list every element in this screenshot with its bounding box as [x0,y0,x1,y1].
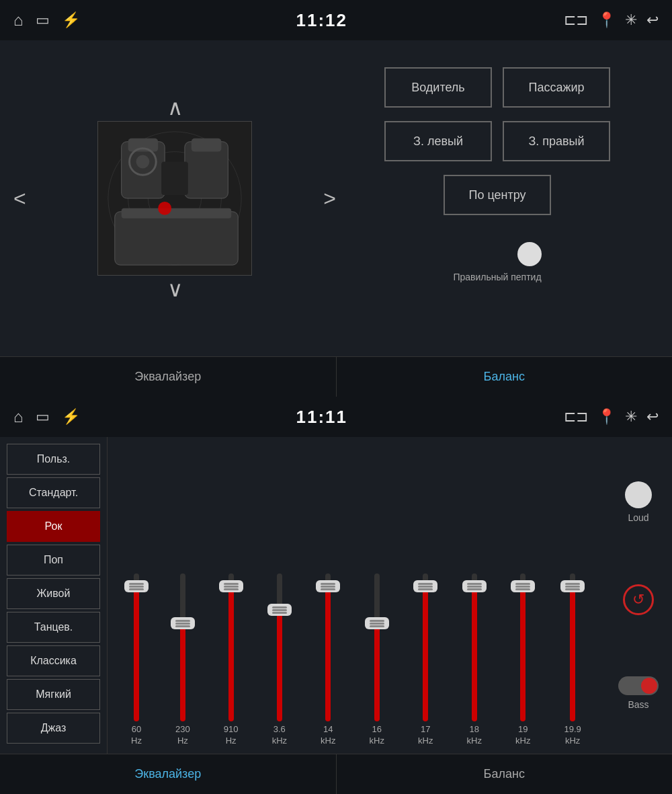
nav-up-button[interactable]: ∧ [167,94,183,121]
svg-point-13 [136,155,150,169]
loud-button[interactable] [625,481,652,508]
slider-thumb-6[interactable] [413,580,437,592]
driver-button[interactable]: Водитель [384,67,492,108]
preset-item-классика[interactable]: Классика [7,645,100,676]
svg-rect-6 [128,138,159,152]
slider-thumb-1[interactable] [171,617,195,629]
top-tabs-bar: Эквалайзер Баланс [0,356,672,397]
slider-label-2: 910Hz [224,724,239,747]
slider-thumb-9[interactable] [560,580,585,592]
preset-item-мягкий[interactable]: Мягкий [7,679,100,710]
slider-col-60Hz: 60Hz [131,573,142,747]
eq-right-controls: Loud ↺ Bass [605,437,672,754]
cast-icon[interactable]: ⊏⊐ [564,11,588,29]
center-button[interactable]: По центру [444,175,551,215]
preset-item-джаз[interactable]: Джаз [7,713,100,744]
usb-icon-2: ⚡ [62,408,80,426]
bass-control: Bass [618,676,659,710]
seat-buttons-row-2: З. левый З. правый [384,121,610,161]
slider-thumb-2[interactable] [219,580,243,592]
top-panel: ⌂ ▭ ⚡ 11:12 ⊏⊐ 📍 ✳ ↩ ∧ < [0,0,672,397]
balance-content: ∧ < [0,40,672,356]
home-icon-2[interactable]: ⌂ [13,407,24,426]
tab-balance-top[interactable]: Баланс [337,357,673,397]
status-bar-left-icons: ⌂ ▭ ⚡ [13,11,80,30]
tab-balance-bottom[interactable]: Баланс [337,754,673,794]
location-icon-2[interactable]: 📍 [597,408,616,426]
nav-down-button[interactable]: ∨ [167,276,183,303]
slider-label-0: 60Hz [131,724,142,747]
slider-label-5: 16kHz [370,724,384,747]
bluetooth-icon[interactable]: ✳ [625,11,637,29]
top-time-display: 11:12 [296,10,348,31]
slider-col-19kHz: 19kHz [515,573,530,747]
slider-col-16kHz: 16kHz [370,573,384,747]
nav-right-button[interactable]: > [323,186,336,211]
svg-rect-8 [115,212,238,265]
top-status-bar: ⌂ ▭ ⚡ 11:12 ⊏⊐ 📍 ✳ ↩ [0,0,672,40]
preset-item-поп[interactable]: Поп [7,545,100,575]
reset-button[interactable]: ↺ [623,584,654,615]
slider-label-4: 14kHz [321,724,335,747]
slider-track-3[interactable] [277,573,282,721]
bass-toggle-knob [641,678,657,694]
preset-item-польз[interactable]: Польз. [7,444,100,475]
car-interior-svg [98,122,251,275]
bluetooth-icon-2[interactable]: ✳ [625,408,637,426]
bass-toggle[interactable] [618,676,659,695]
seat-row: < [97,121,252,276]
sliders-container: 60Hz230Hz910Hz3.6kHz14kHz16kHz17kHz18kHz… [114,450,598,754]
correct-peptide-label: Правильный пептид [453,272,541,282]
slider-thumb-3[interactable] [267,604,292,616]
status-bar-right-icons: ⊏⊐ 📍 ✳ ↩ [564,11,659,29]
slider-thumb-7[interactable] [462,580,487,592]
slider-track-9[interactable] [570,573,575,721]
preset-item-живой[interactable]: Живой [7,578,100,609]
back-icon-2[interactable]: ↩ [646,408,659,426]
slider-track-5[interactable] [374,573,380,721]
slider-col-230Hz: 230Hz [175,573,190,747]
slider-col-14kHz: 14kHz [321,573,335,747]
cast-icon-2[interactable]: ⊏⊐ [564,408,588,426]
bass-label: Bass [628,699,648,710]
bottom-status-left: ⌂ ▭ ⚡ [13,407,80,426]
preset-item-стандарт[interactable]: Стандарт. [7,477,100,508]
slider-track-7[interactable] [472,573,477,721]
slider-label-9: 19.9kHz [564,724,581,747]
tab-equalizer-bottom[interactable]: Эквалайзер [0,754,337,794]
slider-thumb-8[interactable] [511,580,535,592]
seat-image [97,121,252,276]
slider-label-3: 3.6kHz [272,724,287,747]
seat-wrapper [97,121,252,276]
slider-thumb-4[interactable] [316,580,340,592]
rear-left-button[interactable]: З. левый [384,121,492,161]
slider-thumb-5[interactable] [365,617,389,629]
slider-track-6[interactable] [423,573,428,721]
correct-peptide-button[interactable] [517,242,542,266]
slider-label-1: 230Hz [175,724,190,747]
screen-icon[interactable]: ▭ [36,11,50,29]
seat-buttons-row-3: По центру [444,175,551,215]
slider-track-4[interactable] [325,573,331,721]
bottom-status-bar: ⌂ ▭ ⚡ 11:11 ⊏⊐ 📍 ✳ ↩ [0,397,672,437]
slider-track-0[interactable] [134,573,139,721]
svg-rect-9 [122,208,232,219]
preset-item-рок[interactable]: Рок [7,511,100,542]
back-icon[interactable]: ↩ [646,11,659,29]
slider-label-8: 19kHz [515,724,530,747]
screen-icon-2[interactable]: ▭ [36,408,50,426]
passenger-button[interactable]: Пассажир [503,67,610,108]
nav-left-button[interactable]: < [13,186,26,211]
loud-control: Loud [625,481,652,523]
slider-track-8[interactable] [520,573,526,721]
preset-item-танцев[interactable]: Танцев. [7,612,100,643]
seat-buttons-row-1: Водитель Пассажир [384,67,610,108]
bottom-panel: ⌂ ▭ ⚡ 11:11 ⊏⊐ 📍 ✳ ↩ Польз.Стандарт.РокП… [0,397,672,794]
tab-equalizer-top[interactable]: Эквалайзер [0,357,337,397]
rear-right-button[interactable]: З. правый [503,121,610,161]
slider-track-2[interactable] [228,573,234,721]
slider-track-1[interactable] [180,573,185,721]
slider-thumb-0[interactable] [124,580,149,592]
location-icon[interactable]: 📍 [597,11,616,29]
home-icon[interactable]: ⌂ [13,11,24,30]
